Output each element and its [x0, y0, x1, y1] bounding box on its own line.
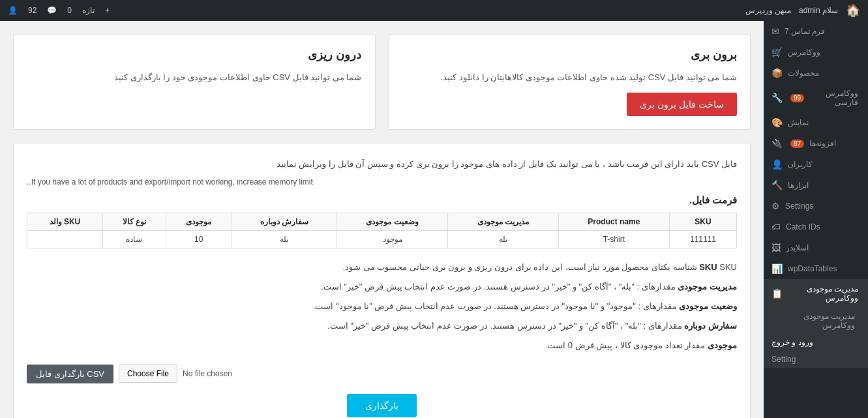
sidebar-item-catch-ids[interactable]: Catch IDs 🏷	[764, 216, 868, 237]
sub-label-setting: Setting	[771, 355, 796, 364]
sidebar-label-wpdatatables: wpDataTables	[788, 264, 837, 273]
woocommerce-fa-badge: 99	[790, 94, 804, 102]
site-name[interactable]: سلام admin	[799, 6, 838, 15]
plugins-icon: 🔌	[771, 138, 783, 149]
import-desc-2: فایل CSV باید دارای این فرمت باشد ، یا م…	[27, 157, 737, 172]
sidebar-label-plugins: افزونه‌ها	[809, 139, 836, 148]
wp-icon: 🏠	[846, 3, 860, 18]
sidebar-item-appearance[interactable]: نمایش 🎨	[764, 112, 868, 133]
sidebar-sub-item-inventory-management[interactable]: مدیریت موجودی ووکامرس	[764, 308, 868, 334]
update-label[interactable]: تازه	[82, 6, 95, 15]
sidebar-label-catch-ids: Catch IDs	[786, 222, 820, 231]
main-content: برون بری شما می توانید فایل CSV تولید شد…	[0, 21, 764, 418]
stock-note: موجودی مقدار تعداد موجودی کالا ، پیش فرض…	[27, 337, 737, 354]
woocommerce-fa-icon: 🔧	[771, 93, 783, 103]
visitor-count[interactable]: 92	[28, 6, 37, 15]
settings-icon: ⚙	[771, 201, 780, 211]
sidebar-label-products: محصولات	[788, 68, 819, 78]
import-panel-title: درون ریزی	[27, 48, 362, 62]
table-header-backorder: سفارش دوباره	[232, 213, 337, 230]
sidebar-item-settings[interactable]: Settings ⚙	[764, 196, 868, 216]
sidebar-item-contact-form[interactable]: فرم تماس 7 ✉	[764, 21, 868, 42]
sidebar-sub-item-setting[interactable]: Setting	[764, 351, 868, 368]
cell-product-name: T-shirt	[558, 230, 669, 248]
table-header-product-type: نوع کالا	[102, 213, 166, 230]
cell-stock-status: موجود	[337, 230, 448, 248]
appearance-icon: 🎨	[771, 117, 783, 128]
comment-count[interactable]: 0	[67, 6, 72, 15]
sidebar-label-appearance: نمایش	[788, 118, 809, 127]
sidebar-item-tools[interactable]: ابزارها 🔨	[764, 175, 868, 196]
sidebar-label-contact-form: فرم تماس 7	[785, 27, 825, 36]
format-table: SKU Product name مدیریت موجودی وضعیت موج…	[27, 213, 737, 248]
catch-ids-icon: 🏷	[771, 222, 781, 232]
export-panel-title: برون بری	[402, 48, 738, 62]
sidebar-item-plugins[interactable]: افزونه‌ها 87 🔌	[764, 133, 868, 154]
cell-stock: 10	[166, 230, 232, 248]
table-header-manage-stock: مدیریت موجودی	[448, 213, 558, 230]
sidebar-item-aslider[interactable]: اسلایدر 🖼	[764, 237, 868, 258]
table-header-parent-sku: SKU والد	[27, 213, 103, 230]
export-panel: برون بری شما می توانید فایل CSV تولید شد…	[389, 34, 751, 130]
cell-backorder: بله	[232, 230, 337, 248]
cell-product-type: ساده	[102, 230, 166, 248]
sidebar-item-wpdatatables[interactable]: wpDataTables 📊	[764, 258, 868, 279]
dashboard-link[interactable]: میهن وردپرس	[745, 6, 791, 15]
description-list: SKU SKU شناسه یکتای محصول مورد نیاز است،…	[27, 259, 737, 354]
export-panel-description: شما می توانید فایل CSV تولید شده حاوی اط…	[402, 70, 738, 85]
aslider-icon: 🖼	[771, 243, 781, 253]
sidebar-sub-menu: مدیریت موجودی ووکامرس ورود و خروج Settin…	[764, 308, 868, 368]
sidebar-label-tools: ابزارها	[788, 181, 809, 190]
table-header-stock: موجودی	[166, 213, 232, 230]
submit-button[interactable]: بارگذاری	[347, 394, 417, 417]
stock-label: موجودی	[708, 340, 737, 350]
file-upload-row: بارگذاری فایل CSV Choose File No file ch…	[27, 365, 737, 383]
stock-status-desc: مقدارهای : "موجود" و "نا موجود" در دسترس…	[313, 301, 677, 311]
sidebar-item-inventory-mgmt[interactable]: مدیریت موجودی ووکامرس 📋	[764, 279, 868, 308]
choose-file-button[interactable]: Choose File	[119, 365, 177, 383]
submit-row: بارگذاری	[27, 394, 737, 417]
file-no-chosen-label: No file chosen	[183, 369, 232, 378]
backorder-desc: مقدارهای : "بله" ، "آگاه کن" و "خیر" در …	[327, 321, 682, 331]
sidebar-label-aslider: اسلایدر	[786, 243, 809, 252]
cell-parent-sku	[27, 230, 103, 248]
upload-csv-button[interactable]: بارگذاری فایل CSV	[27, 365, 113, 383]
format-title: فرمت فایل.	[27, 194, 737, 206]
sidebar-item-woocommerce-fa[interactable]: ووکامرس فارسی 99 🔧	[764, 83, 868, 112]
import-details-panel: فایل CSV باید دارای این فرمت باشد ، یا م…	[13, 143, 751, 418]
products-icon: 📦	[771, 68, 783, 78]
import-description-panel: درون ریزی شما می توانید فایل CSV حاوی اط…	[13, 34, 376, 130]
new-content-icon[interactable]: +	[105, 6, 110, 15]
sku-label: SKU	[699, 262, 717, 272]
import-desc-1: شما می توانید فایل CSV حاوی اطلاعات موجو…	[27, 70, 362, 85]
admin-bar: 🏠 سلام admin میهن وردپرس + تازه 0 💬 92 👤	[0, 0, 868, 21]
sidebar-label-users: کاربران	[788, 160, 813, 169]
adminbar-left: + تازه 0 💬 92 👤	[8, 6, 110, 15]
table-header-sku: SKU	[670, 213, 737, 230]
sidebar-sub-item-import-export[interactable]: ورود و خروج	[764, 334, 868, 351]
sidebar-item-products[interactable]: محصولات 📦	[764, 63, 868, 83]
backorder-note: سفارش دوباره مقدارهای : "بله" ، "آگاه کن…	[27, 318, 737, 335]
memory-note: ..If you have a lot of products and expo…	[27, 177, 737, 187]
table-header-product-name: Product name	[558, 213, 669, 230]
export-button[interactable]: ساخت فایل برون بری	[627, 93, 737, 116]
stock-desc: مقدار تعداد موجودی کالا ، پیش فرض 0 است.	[545, 340, 706, 350]
stock-status-label: وضعیت موجودی	[679, 301, 737, 311]
comment-icon: 💬	[47, 6, 57, 15]
contact-form-icon: ✉	[771, 26, 779, 37]
sub-label-import-export: ورود و خروج	[771, 338, 813, 347]
top-panels: برون بری شما می توانید فایل CSV تولید شد…	[13, 34, 751, 130]
manage-stock-label: مدیریت موجودی	[678, 282, 737, 291]
sidebar-item-users[interactable]: کاربران 👤	[764, 154, 868, 175]
adminbar-right: 🏠 سلام admin میهن وردپرس	[745, 3, 860, 18]
sidebar: فرم تماس 7 ✉ ووکامرس 🛒 محصولات 📦 ووکامرس…	[764, 21, 868, 418]
woocommerce-icon: 🛒	[771, 47, 783, 57]
sidebar-label-inventory-mgmt: مدیریت موجودی ووکامرس	[788, 284, 858, 303]
cell-manage-stock: بله	[448, 230, 558, 248]
sidebar-item-woocommerce[interactable]: ووکامرس 🛒	[764, 42, 868, 63]
backorder-label: سفارش دوباره	[684, 321, 737, 331]
plugins-badge: 87	[790, 140, 804, 148]
sidebar-label-woocommerce-fa: ووکامرس فارسی	[809, 89, 858, 107]
sku-note: SKU SKU شناسه یکتای محصول مورد نیاز است،…	[27, 259, 737, 276]
sku-note-text: SKU شناسه یکتای محصول مورد نیاز است، این…	[343, 262, 737, 272]
